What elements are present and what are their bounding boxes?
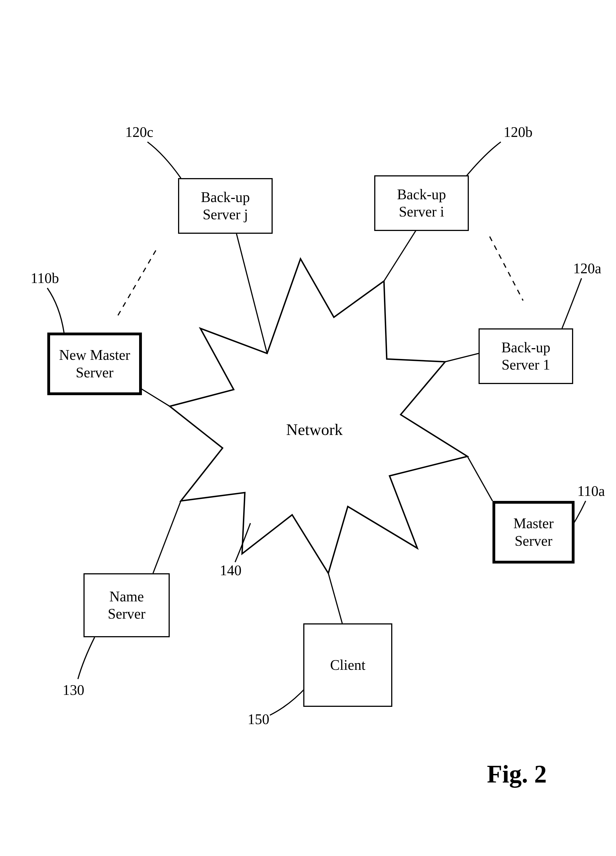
ref-110b: 110b	[31, 270, 59, 286]
connector-client	[328, 573, 342, 624]
lead-110b	[47, 288, 64, 333]
node-backup-1: Back-up Server 1	[479, 328, 573, 384]
network-starburst	[170, 259, 467, 573]
node-new-master: New Master Server	[47, 333, 142, 395]
dashed-right	[490, 237, 523, 300]
ref-150: 150	[248, 711, 270, 727]
connector-master	[467, 456, 493, 501]
lead-140	[235, 523, 250, 562]
node-client: Client	[303, 624, 392, 707]
ref-120c: 120c	[125, 124, 153, 140]
connector-nameserver	[153, 501, 181, 573]
lead-120b	[465, 142, 501, 178]
connector-backup1	[445, 353, 479, 362]
node-backup-i: Back-up Server i	[374, 176, 469, 231]
network-label: Network	[278, 420, 351, 439]
ref-120a: 120a	[573, 260, 601, 277]
connector-backupj	[237, 234, 267, 353]
dashed-left	[117, 251, 156, 317]
lead-150	[270, 687, 306, 715]
node-master: Master Server	[493, 501, 574, 563]
node-backup-j: Back-up Server j	[178, 178, 273, 234]
node-name-server: Name Server	[83, 573, 170, 637]
figure-caption: Fig. 2	[487, 760, 547, 788]
ref-110a: 110a	[578, 483, 605, 499]
ref-130: 130	[63, 682, 84, 698]
ref-120b: 120b	[504, 124, 533, 140]
lead-120c	[148, 142, 181, 178]
lead-130	[78, 637, 95, 679]
connector-backupi	[384, 228, 417, 281]
lead-120a	[562, 278, 582, 328]
ref-140: 140	[220, 562, 242, 579]
